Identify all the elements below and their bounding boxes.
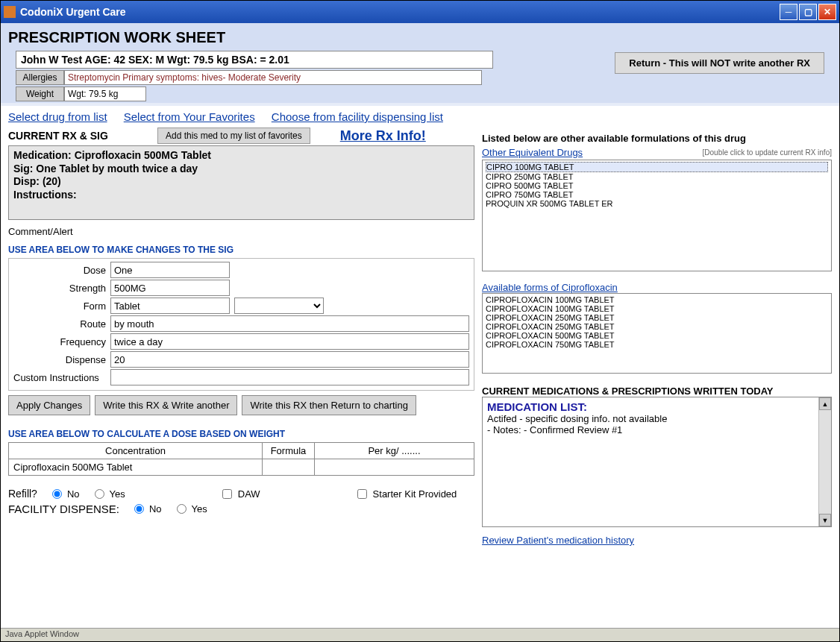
list-item[interactable]: CIPRO 500MG TABLET bbox=[486, 181, 828, 190]
close-button[interactable]: ✕ bbox=[818, 4, 836, 20]
titlebar: CodoniX Urgent Care ─ ▢ ✕ bbox=[1, 1, 839, 23]
current-meds-header: CURRENT MEDICATIONS & PRESCRIPTIONS WRIT… bbox=[482, 385, 832, 397]
formulations-header: Listed below are other available formula… bbox=[482, 133, 832, 144]
table-row: Ciprofloxacin 500MG Tablet bbox=[9, 459, 474, 476]
double-click-hint: [Double click to update current RX info] bbox=[703, 148, 832, 157]
route-label: Route bbox=[13, 318, 110, 330]
comment-alert-label: Comment/Alert bbox=[8, 226, 474, 237]
frequency-label: Frequency bbox=[13, 336, 110, 347]
frequency-input[interactable] bbox=[110, 333, 469, 350]
review-history-link[interactable]: Review Patient's medication history bbox=[482, 535, 634, 546]
write-rx-another-button[interactable]: Write this RX & Write another bbox=[95, 395, 237, 415]
rx-medication: Medication: Ciprofloxacin 500MG Tablet bbox=[13, 149, 469, 163]
list-item[interactable]: CIPROFLOXACIN 100MG TABLET bbox=[486, 304, 828, 313]
select-drug-link[interactable]: Select drug from list bbox=[8, 110, 107, 123]
link-row: Select drug from list Select from Your F… bbox=[8, 110, 474, 123]
form-input[interactable] bbox=[110, 298, 230, 314]
list-item[interactable]: CIPROFLOXACIN 250MG TABLET bbox=[486, 313, 828, 322]
facility-no-radio[interactable]: No bbox=[134, 503, 162, 514]
return-button[interactable]: Return - This will NOT write another RX bbox=[615, 52, 824, 74]
dose-input[interactable] bbox=[110, 262, 230, 278]
rx-instructions: Instructions: bbox=[13, 189, 469, 202]
status-bar: Java Applet Window bbox=[1, 628, 839, 641]
rx-sig: Sig: One Tablet by mouth twice a day bbox=[13, 163, 469, 176]
formula-cell[interactable] bbox=[263, 459, 315, 476]
window-title: CodoniX Urgent Care bbox=[20, 6, 780, 18]
starter-kit-checkbox[interactable]: Starter Kit Provided bbox=[357, 488, 457, 500]
rx-disp: Disp: (20) bbox=[13, 175, 469, 189]
per-kg-header: Per kg/ ....... bbox=[315, 443, 474, 459]
facility-yes-radio[interactable]: Yes bbox=[177, 503, 207, 514]
dispense-label: Dispense bbox=[13, 354, 110, 365]
list-item[interactable]: CIPRO 750MG TABLET bbox=[486, 190, 828, 199]
refill-yes-radio[interactable]: Yes bbox=[95, 488, 125, 500]
scroll-up-icon[interactable]: ▲ bbox=[819, 397, 831, 410]
list-item[interactable]: CIPROFLOXACIN 750MG TABLET bbox=[486, 340, 828, 349]
custom-label: Custom Instructions bbox=[13, 372, 110, 383]
strength-label: Strength bbox=[13, 283, 110, 294]
minimize-button[interactable]: ─ bbox=[780, 4, 797, 20]
per-kg-cell[interactable] bbox=[315, 459, 474, 476]
med-list-title: MEDICATION LIST: bbox=[487, 400, 827, 413]
weight-label: Weight bbox=[16, 86, 64, 101]
current-rx-label: CURRENT RX & SIG bbox=[8, 130, 157, 142]
strength-input[interactable] bbox=[110, 280, 230, 296]
allergies-value: Streptomycin Primary symptoms: hives- Mo… bbox=[64, 70, 482, 85]
sig-form: Dose Strength Form Route Frequenc bbox=[8, 258, 474, 391]
formula-header: Formula bbox=[263, 443, 315, 459]
concentration-cell[interactable]: Ciprofloxacin 500MG Tablet bbox=[9, 459, 263, 476]
med-list-line2: - Notes: - Confirmed Review #1 bbox=[487, 424, 827, 435]
list-item[interactable]: CIPROFLOXACIN 500MG TABLET bbox=[486, 331, 828, 340]
list-item[interactable]: CIPRO 250MG TABLET bbox=[486, 172, 828, 181]
list-item[interactable]: PROQUIN XR 500MG TABLET ER bbox=[486, 199, 828, 208]
equiv-drugs-list[interactable]: CIPRO 100MG TABLETCIPRO 250MG TABLETCIPR… bbox=[482, 160, 832, 271]
maximize-button[interactable]: ▢ bbox=[799, 4, 817, 20]
other-equiv-link[interactable]: Other Equivalent Drugs bbox=[482, 147, 583, 158]
rx-display-box: Medication: Ciprofloxacin 500MG Tablet S… bbox=[8, 145, 474, 220]
patient-summary: John W Test AGE: 42 SEX: M Wgt: 79.5 kg … bbox=[16, 51, 493, 69]
page-title: PRESCRIPTION WORK SHEET bbox=[8, 29, 832, 46]
dispense-input[interactable] bbox=[110, 351, 469, 368]
scrollbar[interactable]: ▲ ▼ bbox=[818, 397, 831, 526]
select-favorites-link[interactable]: Select from Your Favorites bbox=[124, 110, 255, 123]
avail-forms-list[interactable]: CIPROFLOXACIN 100MG TABLETCIPROFLOXACIN … bbox=[482, 293, 832, 374]
custom-input[interactable] bbox=[110, 369, 469, 385]
list-item[interactable]: CIPRO 100MG TABLET bbox=[486, 162, 828, 172]
more-rx-info-link[interactable]: More Rx Info! bbox=[340, 128, 426, 144]
calc-dose-header: USE AREA BELOW TO CALCULATE A DOSE BASED… bbox=[8, 429, 474, 439]
avail-forms-link[interactable]: Available forms of Ciprofloxacin bbox=[482, 282, 618, 293]
med-list-box[interactable]: MEDICATION LIST: Actifed - specific dosi… bbox=[482, 397, 832, 527]
refill-no-radio[interactable]: No bbox=[52, 488, 80, 500]
choose-facility-link[interactable]: Choose from facility dispensing list bbox=[272, 110, 443, 123]
facility-dispense-label: FACILITY DISPENSE: bbox=[8, 503, 119, 515]
app-icon bbox=[4, 6, 16, 18]
refill-label: Refill? bbox=[8, 488, 37, 500]
add-favorite-button[interactable]: Add this med to my list of favorites bbox=[157, 128, 310, 144]
weight-value: Wgt: 79.5 kg bbox=[64, 86, 146, 101]
calc-table: Concentration Formula Per kg/ ....... Ci… bbox=[8, 442, 474, 476]
write-rx-return-button[interactable]: Write this RX then Return to charting bbox=[242, 395, 416, 415]
concentration-header: Concentration bbox=[9, 443, 263, 459]
apply-changes-button[interactable]: Apply Changes bbox=[8, 395, 90, 415]
list-item[interactable]: CIPROFLOXACIN 250MG TABLET bbox=[486, 322, 828, 331]
sig-changes-header: USE AREA BELOW TO MAKE CHANGES TO THE SI… bbox=[8, 245, 474, 255]
allergies-label: Allergies bbox=[16, 70, 64, 85]
form-label: Form bbox=[13, 300, 110, 312]
form-select[interactable] bbox=[234, 298, 324, 314]
med-list-line1: Actifed - specific dosing info. not avai… bbox=[487, 413, 827, 424]
daw-checkbox[interactable]: DAW bbox=[222, 488, 260, 500]
dose-label: Dose bbox=[13, 265, 110, 276]
scroll-down-icon[interactable]: ▼ bbox=[819, 514, 831, 526]
list-item[interactable]: CIPROFLOXACIN 100MG TABLET bbox=[486, 295, 828, 304]
route-input[interactable] bbox=[110, 315, 469, 332]
